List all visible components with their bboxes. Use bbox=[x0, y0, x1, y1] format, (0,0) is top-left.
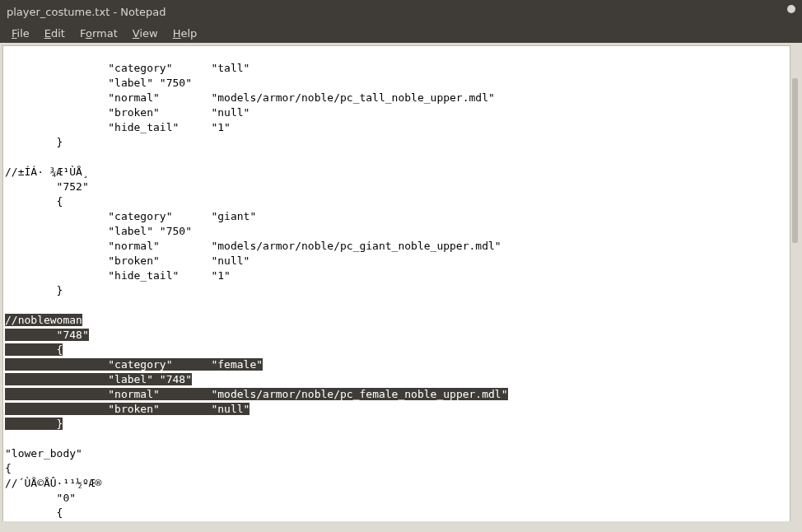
text-line: "category" "giant" bbox=[5, 210, 256, 222]
titlebar[interactable]: player_costume.txt - Notepad bbox=[0, 0, 802, 23]
text-line: "broken" "null" bbox=[5, 254, 249, 267]
text-line: } bbox=[5, 284, 63, 296]
text-line: "lower_body" bbox=[5, 447, 82, 460]
statusbar bbox=[2, 521, 800, 530]
menu-file[interactable]: File bbox=[5, 26, 36, 41]
text-line: "label" "750" bbox=[5, 77, 192, 89]
scrollbar-thumb[interactable] bbox=[792, 78, 798, 243]
selected-text: //noblewoman bbox=[5, 314, 82, 326]
text-line: "broken" "null" bbox=[5, 106, 249, 119]
text-line: //±ÍÁ· ¾Æ¹ÙÅ¸ bbox=[5, 166, 89, 178]
text-line: { bbox=[5, 195, 63, 208]
selected-text: "broken" "null" bbox=[5, 403, 249, 415]
text-line: { bbox=[5, 506, 63, 519]
text-line: "752" bbox=[5, 180, 89, 193]
client-area: "category" "tall" "label" "750" "normal"… bbox=[0, 43, 802, 532]
text-line: "normal" "models/armor/noble/pc_tall_nob… bbox=[5, 91, 495, 104]
menu-edit[interactable]: Edit bbox=[38, 26, 72, 41]
text-content[interactable]: "category" "tall" "label" "750" "normal"… bbox=[3, 61, 799, 530]
text-line: "category" "tall" bbox=[5, 62, 249, 74]
text-line: "normal" "models/armor/noble/pc_giant_no… bbox=[5, 240, 501, 252]
text-line: //´ÙÅ©ÅÛ·¹¹½ºÆ® bbox=[5, 477, 101, 489]
selected-text: } bbox=[5, 418, 63, 430]
selected-text: "normal" bbox=[5, 388, 205, 400]
menu-format[interactable]: Format bbox=[73, 26, 124, 41]
menu-help[interactable]: Help bbox=[166, 26, 204, 41]
text-editor[interactable]: "category" "tall" "label" "750" "normal"… bbox=[2, 45, 800, 530]
selected-text: "category" "female" bbox=[5, 358, 263, 371]
text-line: "label" "750" bbox=[5, 225, 192, 237]
menu-view[interactable]: View bbox=[126, 26, 165, 41]
text-line: { bbox=[5, 462, 12, 474]
selected-text: "models/armor/noble/pc_female_noble_uppe… bbox=[205, 388, 508, 400]
minimize-icon[interactable] bbox=[787, 5, 795, 13]
notepad-window: player_costume.txt - Notepad File Edit F… bbox=[0, 0, 802, 532]
text-line: "hide_tail" "1" bbox=[5, 121, 231, 133]
selected-text: "748" bbox=[5, 329, 89, 341]
selected-text: { bbox=[5, 343, 63, 356]
text-line: } bbox=[5, 136, 63, 148]
menubar: File Edit Format View Help bbox=[0, 23, 802, 43]
window-controls bbox=[787, 5, 795, 13]
vertical-scrollbar[interactable] bbox=[790, 45, 800, 521]
window-title: player_costume.txt - Notepad bbox=[7, 6, 166, 18]
selected-text: "label" "748" bbox=[5, 373, 192, 385]
text-line: "hide_tail" "1" bbox=[5, 269, 231, 282]
text-line: "0" bbox=[5, 492, 76, 504]
